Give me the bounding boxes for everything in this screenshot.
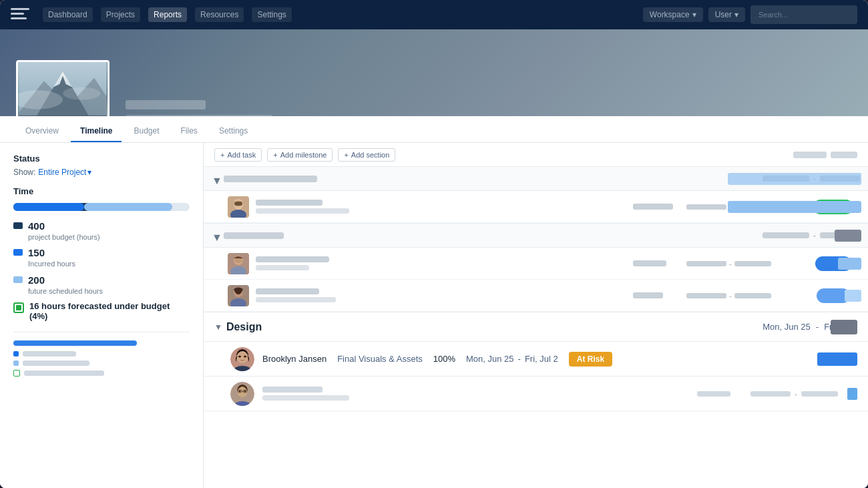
person2-gantt xyxy=(748,377,868,411)
brooklyn-date-sep: - xyxy=(518,354,521,364)
tab-files[interactable]: Files xyxy=(172,121,207,142)
workspace-dropdown[interactable]: Workspace ▾ xyxy=(643,7,703,22)
task-detail xyxy=(256,208,349,214)
task-extra xyxy=(633,260,686,266)
extra-progress-bar xyxy=(13,340,137,346)
section-title xyxy=(224,232,284,239)
show-text: Show: xyxy=(13,168,35,177)
person2-extra-bar xyxy=(697,391,730,397)
design-gantt-bar xyxy=(831,320,857,334)
nav-item-dashboard[interactable]: Dashboard xyxy=(43,7,93,22)
design-gantt-area xyxy=(748,312,868,341)
project-header: Overview Timeline Budget Files Settings xyxy=(0,29,868,143)
chevron-down-icon: ▼ xyxy=(212,232,220,240)
tab-overview[interactable]: Overview xyxy=(16,121,68,142)
date-bar xyxy=(686,261,726,266)
task-gantt xyxy=(721,280,868,311)
nav-item-reports[interactable]: Reports xyxy=(148,7,187,22)
future-value: 200 xyxy=(28,274,103,286)
task-extra-bar xyxy=(633,204,673,210)
design-task-row-2: - xyxy=(204,377,868,411)
avatar xyxy=(228,196,249,218)
task-name xyxy=(256,256,329,262)
task-extra xyxy=(633,204,686,210)
tab-timeline[interactable]: Timeline xyxy=(71,121,122,142)
nav-item-projects[interactable]: Projects xyxy=(101,7,140,22)
future-swatch xyxy=(13,276,23,283)
task-gantt xyxy=(721,248,868,279)
logo-line xyxy=(11,17,27,19)
tabs-row: Overview Timeline Budget Files Settings xyxy=(0,116,868,143)
budget-swatch xyxy=(13,222,23,229)
forecast-legend-item: 16 hours forecasted under budget (4%) xyxy=(13,301,190,321)
date-bar xyxy=(686,293,726,298)
app-container: Dashboard Projects Reports Resources Set… xyxy=(0,0,868,488)
add-section-button[interactable]: + Add section xyxy=(338,148,395,162)
plus-icon: + xyxy=(273,151,277,159)
nav-item-resources[interactable]: Resources xyxy=(195,7,244,22)
chevron-down-icon: ▾ xyxy=(734,10,738,19)
gantt-header: + Add task + Add milestone + Add section xyxy=(204,143,868,167)
extra-green-icon xyxy=(13,370,20,377)
future-desc: future scheduled hours xyxy=(28,286,103,296)
svg-point-23 xyxy=(244,355,246,357)
brooklyn-gantt-bar xyxy=(817,352,857,366)
show-dropdown[interactable]: Entire Project ▾ xyxy=(38,168,91,177)
budget-value: 400 xyxy=(28,220,100,232)
app-logo[interactable] xyxy=(11,8,29,21)
forecast-icon xyxy=(13,302,24,313)
task-row: - xyxy=(204,280,868,312)
future-legend-text: 200 future scheduled hours xyxy=(28,274,103,296)
nav-right: Workspace ▾ User ▾ Search... xyxy=(643,5,857,24)
brooklyn-pct: 100% xyxy=(433,354,455,364)
at-risk-badge: At Risk xyxy=(569,352,612,367)
forecast-text: 16 hours forecasted under budget (4%) xyxy=(29,301,190,321)
section-header-2: ▼ - xyxy=(204,224,868,248)
svg-point-28 xyxy=(244,390,246,391)
svg-point-6 xyxy=(63,87,100,100)
show-row: Show: Entire Project ▾ xyxy=(13,168,190,177)
gantt-section-1: ▼ - xyxy=(204,167,868,224)
tab-settings[interactable]: Settings xyxy=(210,121,257,142)
date-bar xyxy=(686,204,726,210)
budget-legend-item: 400 project budget (hours) xyxy=(13,220,190,242)
design-task-row-brooklyn: Brooklyn Jansen Final Visuals & Assets 1… xyxy=(204,342,868,377)
budget-desc: project budget (hours) xyxy=(28,232,100,242)
project-title xyxy=(126,100,206,109)
section-header-1: ▼ - xyxy=(204,167,868,191)
design-title: ▼ Design xyxy=(214,321,262,333)
design-title-text: Design xyxy=(226,321,262,333)
chevron-down-icon: ▾ xyxy=(87,168,91,177)
task-info xyxy=(256,256,633,270)
person2-gantt-bar xyxy=(847,388,857,400)
gantt-section-2: ▼ - xyxy=(204,224,868,312)
chevron-down-icon: ▼ xyxy=(212,175,220,183)
progress-bars xyxy=(13,203,190,211)
gantt-zoom-bar xyxy=(793,152,827,158)
design-section: ▼ Design Mon, Jun 25 - Fri, Jul 2 xyxy=(204,312,868,411)
task-gantt xyxy=(721,191,868,222)
task-info xyxy=(256,200,633,214)
add-milestone-button[interactable]: + Add milestone xyxy=(267,148,333,162)
top-nav: Dashboard Projects Reports Resources Set… xyxy=(0,0,868,29)
user-dropdown[interactable]: User ▾ xyxy=(708,7,745,22)
task-info xyxy=(256,288,633,302)
add-task-button[interactable]: + Add task xyxy=(214,148,262,162)
gantt-bar-stub xyxy=(835,230,861,242)
design-section-header: ▼ Design Mon, Jun 25 - Fri, Jul 2 xyxy=(204,312,868,342)
extra-dot xyxy=(13,351,19,356)
extra-text xyxy=(23,360,89,366)
task-extra xyxy=(633,292,686,298)
show-value: Entire Project xyxy=(38,168,86,177)
nav-item-settings[interactable]: Settings xyxy=(252,7,291,22)
main-content: Status Show: Entire Project ▾ Time xyxy=(0,143,868,488)
tab-budget[interactable]: Budget xyxy=(124,121,168,142)
gantt-bar xyxy=(845,290,861,302)
search-input[interactable]: Search... xyxy=(750,5,857,24)
gantt-area[interactable]: + Add task + Add milestone + Add section xyxy=(204,143,868,488)
task-row: - xyxy=(204,248,868,280)
task-name xyxy=(256,200,322,206)
plus-icon: + xyxy=(344,151,348,159)
svg-point-27 xyxy=(239,390,241,391)
chevron-down-icon: ▼ xyxy=(214,322,222,332)
